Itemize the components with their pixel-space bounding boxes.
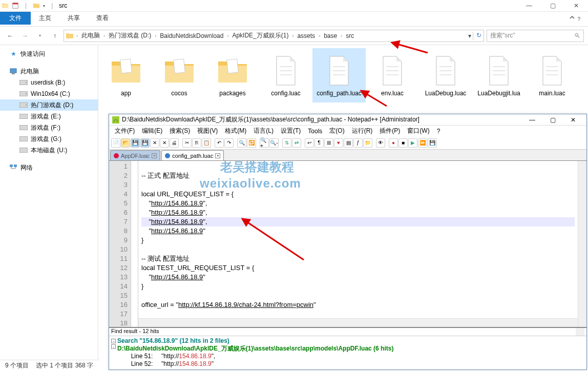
chevron-right-icon[interactable]: ›: [319, 33, 320, 38]
folder-icon[interactable]: 📁: [363, 138, 372, 148]
menu-language[interactable]: 语言(L): [250, 126, 277, 136]
tab-config-path[interactable]: config_path.luac ×: [161, 150, 224, 160]
tab-share[interactable]: 共享: [59, 12, 88, 25]
scrollbar[interactable]: [576, 328, 584, 336]
find-icon[interactable]: 🔍: [237, 138, 246, 148]
npp-editor[interactable]: 123456789101112131415161718 -- 正式 配置地址 l…: [109, 161, 586, 327]
indent-guide-icon[interactable]: ⊞: [324, 138, 333, 148]
file-item[interactable]: LuaDebugjit.lua: [472, 48, 526, 102]
crumb[interactable]: BaiduNetdiskDownload: [159, 32, 224, 40]
crumb[interactable]: 此电脑: [80, 31, 101, 40]
tab-appdf[interactable]: AppDF.luac ×: [110, 150, 160, 160]
dropdown-icon[interactable]: ▾: [43, 4, 45, 8]
print-icon[interactable]: 🖨: [170, 138, 179, 148]
chevron-right-icon[interactable]: ›: [155, 33, 156, 38]
record-icon[interactable]: ●: [389, 138, 398, 148]
crumb[interactable]: 热门游戏盘 (D:): [108, 31, 152, 40]
find-results-title[interactable]: Find result - 12 hits: [109, 328, 586, 336]
minimize-button[interactable]: —: [517, 0, 541, 12]
sidebar-quick-access[interactable]: ★ 快速访问: [0, 48, 98, 59]
crumb[interactable]: assets: [296, 32, 316, 40]
close-button[interactable]: ✕: [563, 115, 583, 125]
chevron-right-icon[interactable]: ›: [292, 33, 293, 38]
minimize-button[interactable]: —: [522, 115, 542, 125]
sidebar-drive[interactable]: Win10x64 (C:): [0, 88, 98, 99]
expand-ribbon-icon[interactable]: ?: [569, 14, 580, 23]
chevron-right-icon[interactable]: ›: [341, 33, 342, 38]
new-file-icon[interactable]: 📄: [111, 138, 120, 148]
menu-tools[interactable]: Tools: [304, 127, 326, 136]
search-icon[interactable]: 🔍︎: [574, 32, 580, 39]
scrollbar-vertical[interactable]: [578, 161, 586, 327]
maximize-button[interactable]: ▢: [542, 115, 563, 125]
stop-icon[interactable]: ■: [398, 138, 408, 148]
menu-plugins[interactable]: 插件(P): [376, 126, 404, 136]
tab-view[interactable]: 查看: [88, 12, 117, 25]
close-icon[interactable]: ✕: [150, 138, 159, 148]
file-item[interactable]: LuaDebug.luac: [419, 48, 472, 102]
menu-format[interactable]: 格式(M): [221, 126, 250, 136]
file-tab[interactable]: 文件: [0, 12, 31, 25]
menu-search[interactable]: 搜索(S): [166, 126, 194, 136]
menu-macro[interactable]: 宏(O): [326, 126, 348, 136]
maximize-button[interactable]: ▢: [541, 0, 564, 12]
sync-v-icon[interactable]: ⇅: [282, 138, 291, 148]
replace-icon[interactable]: 🔁: [247, 138, 256, 148]
menu-settings[interactable]: 设置(T): [277, 126, 304, 136]
paste-icon[interactable]: 📋: [202, 138, 211, 148]
forward-button[interactable]: →: [19, 30, 31, 42]
chevron-right-icon[interactable]: ›: [103, 33, 105, 38]
file-item[interactable]: env.luac: [366, 48, 419, 102]
scrollbar-horizontal[interactable]: [138, 318, 578, 327]
sidebar-network[interactable]: 网络: [0, 162, 98, 173]
zoom-in-icon[interactable]: 🔍+: [260, 138, 269, 148]
monitor-icon[interactable]: 👁: [376, 138, 385, 148]
undo-icon[interactable]: ↶: [215, 138, 224, 148]
close-tab-icon[interactable]: ×: [215, 153, 220, 158]
file-item[interactable]: config_path.luac: [312, 48, 366, 102]
sidebar-drive[interactable]: 本地磁盘 (U:): [0, 145, 98, 156]
fold-margin[interactable]: - -: [110, 337, 117, 368]
recent-dropdown[interactable]: ▾: [34, 30, 46, 42]
save-macro-icon[interactable]: 💾: [428, 138, 437, 148]
crumb[interactable]: src: [345, 32, 355, 40]
find-results-text[interactable]: Search "154.86.18.9" (12 hits in 2 files…: [117, 337, 585, 368]
doc-map-icon[interactable]: ▤: [344, 138, 353, 148]
file-item[interactable]: main.luac: [526, 48, 579, 102]
open-file-icon[interactable]: 📂: [121, 138, 130, 148]
fold-margin[interactable]: [131, 161, 138, 327]
crumb[interactable]: ApkIDE_万威娱乐(1): [231, 31, 289, 40]
zoom-out-icon[interactable]: 🔍-: [269, 138, 279, 148]
menu-edit[interactable]: 编辑(E): [138, 126, 166, 136]
tab-home[interactable]: 主页: [31, 12, 59, 25]
sidebar-drive[interactable]: 游戏盘 (E:): [0, 111, 98, 122]
address-dropdown-icon[interactable]: ▾: [468, 32, 471, 39]
close-button[interactable]: ✕: [564, 0, 588, 12]
wordwrap-icon[interactable]: ↩: [305, 138, 314, 148]
close-all-icon[interactable]: ✕: [160, 138, 169, 148]
npp-titlebar[interactable]: D:\BaiduNetdiskDownload\ApkIDE_万威娱乐(1)\a…: [109, 114, 586, 126]
sidebar-drive[interactable]: userdisk (B:): [0, 77, 98, 88]
code-area[interactable]: -- 正式 配置地址 local URL_REQUEST_LIST = { "h…: [138, 161, 578, 327]
close-tab-icon[interactable]: ×: [152, 153, 157, 158]
breadcrumb-bar[interactable]: › 此电脑 › 热门游戏盘 (D:) › BaiduNetdiskDownloa…: [64, 30, 484, 42]
play-multi-icon[interactable]: ⏩: [418, 138, 427, 148]
cut-icon[interactable]: ✂: [182, 138, 192, 148]
save-all-icon[interactable]: 💾: [140, 138, 150, 148]
menu-help[interactable]: ?: [433, 127, 444, 136]
menu-window[interactable]: 窗口(W): [404, 126, 433, 136]
menu-view[interactable]: 视图(V): [194, 126, 221, 136]
file-item[interactable]: config.luac: [259, 48, 312, 102]
save-icon[interactable]: 💾: [131, 138, 140, 148]
play-icon[interactable]: ▶: [408, 138, 417, 148]
file-item[interactable]: packages: [206, 48, 259, 102]
chevron-right-icon[interactable]: ›: [227, 33, 228, 38]
sidebar-drive-selected[interactable]: 热门游戏盘 (D:): [0, 99, 98, 111]
menu-run[interactable]: 运行(R): [348, 126, 376, 136]
udl-icon[interactable]: ♥: [334, 138, 343, 148]
sidebar-this-pc[interactable]: 此电脑: [0, 66, 98, 77]
refresh-icon[interactable]: ↻: [473, 32, 481, 40]
search-input[interactable]: 搜索"src" 🔍︎: [487, 30, 584, 42]
properties-icon[interactable]: [12, 2, 19, 9]
chevron-right-icon[interactable]: ›: [76, 33, 78, 38]
